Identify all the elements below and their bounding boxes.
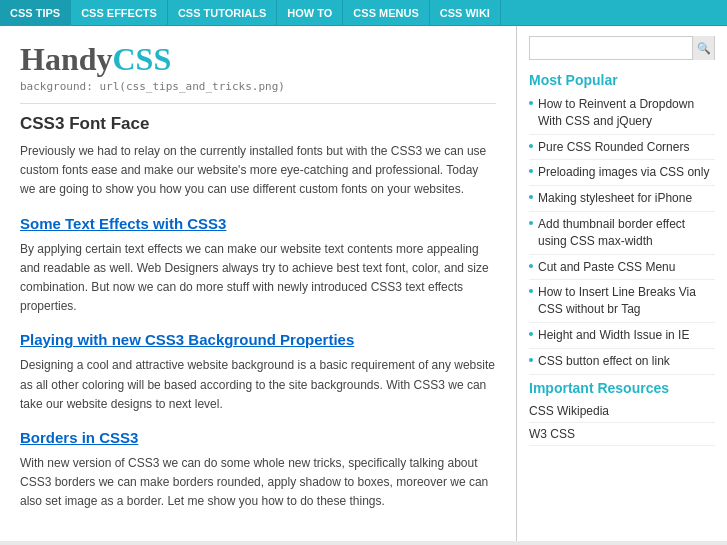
- article-link-1[interactable]: Some Text Effects with CSS3: [20, 215, 496, 232]
- page-wrapper: HandyCSS background: url(css_tips_and_tr…: [0, 26, 727, 541]
- logo: HandyCSS: [20, 41, 496, 78]
- search-button[interactable]: 🔍: [692, 36, 714, 60]
- important-section: Important Resources CSS WikipediaW3 CSS: [529, 380, 715, 446]
- search-box: 🔍: [529, 36, 715, 60]
- article-3: Borders in CSS3With new version of CSS3 …: [20, 429, 496, 512]
- article-body-0: Previously we had to relay on the curren…: [20, 142, 496, 200]
- article-body-1: By applying certain text effects we can …: [20, 240, 496, 317]
- article-0: CSS3 Font FacePreviously we had to relay…: [20, 114, 496, 200]
- important-links-container: CSS WikipediaW3 CSS: [529, 404, 715, 446]
- important-title: Important Resources: [529, 380, 715, 396]
- popular-link-4[interactable]: Add thumbnail border effect using CSS ma…: [529, 216, 715, 255]
- divider: [20, 103, 496, 104]
- popular-link-7[interactable]: Height and Width Issue in IE: [529, 327, 715, 349]
- popular-link-8[interactable]: CSS button effect on link: [529, 353, 715, 375]
- popular-link-2[interactable]: Preloading images via CSS only: [529, 164, 715, 186]
- article-body-3: With new version of CSS3 we can do some …: [20, 454, 496, 512]
- article-body-2: Designing a cool and attractive website …: [20, 356, 496, 414]
- logo-area: HandyCSS background: url(css_tips_and_tr…: [20, 41, 496, 93]
- most-popular-title: Most Popular: [529, 72, 715, 88]
- article-title-0: CSS3 Font Face: [20, 114, 496, 134]
- navigation-bar: CSS TIPSCSS EFFECTSCSS TUTORIALSHOW TOCS…: [0, 0, 727, 26]
- logo-css: CSS: [112, 41, 171, 77]
- nav-item-css-effects[interactable]: CSS EFFECTS: [71, 0, 168, 25]
- article-link-3[interactable]: Borders in CSS3: [20, 429, 496, 446]
- search-input[interactable]: [530, 41, 692, 55]
- article-2: Playing with new CSS3 Background Propert…: [20, 331, 496, 414]
- main-content: HandyCSS background: url(css_tips_and_tr…: [0, 26, 517, 541]
- popular-link-5[interactable]: Cut and Paste CSS Menu: [529, 259, 715, 281]
- popular-link-0[interactable]: How to Reinvent a Dropdown With CSS and …: [529, 96, 715, 135]
- nav-item-how-to[interactable]: HOW TO: [277, 0, 343, 25]
- most-popular-section: Most Popular How to Reinvent a Dropdown …: [529, 72, 715, 375]
- nav-item-css-wiki[interactable]: CSS WIKI: [430, 0, 501, 25]
- popular-link-3[interactable]: Making stylesheet for iPhone: [529, 190, 715, 212]
- articles-container: CSS3 Font FacePreviously we had to relay…: [20, 114, 496, 511]
- logo-subtitle: background: url(css_tips_and_tricks.png): [20, 80, 496, 93]
- article-link-2[interactable]: Playing with new CSS3 Background Propert…: [20, 331, 496, 348]
- important-link-1[interactable]: W3 CSS: [529, 427, 715, 446]
- sidebar: 🔍 Most Popular How to Reinvent a Dropdow…: [517, 26, 727, 541]
- article-1: Some Text Effects with CSS3By applying c…: [20, 215, 496, 317]
- nav-item-css-tips[interactable]: CSS TIPS: [0, 0, 71, 25]
- nav-item-css-tutorials[interactable]: CSS TUTORIALS: [168, 0, 277, 25]
- nav-item-css-menus[interactable]: CSS MENUS: [343, 0, 429, 25]
- popular-link-1[interactable]: Pure CSS Rounded Corners: [529, 139, 715, 161]
- popular-links-container: How to Reinvent a Dropdown With CSS and …: [529, 96, 715, 375]
- popular-link-6[interactable]: How to Insert Line Breaks Via CSS withou…: [529, 284, 715, 323]
- important-link-0[interactable]: CSS Wikipedia: [529, 404, 715, 423]
- logo-handy: Handy: [20, 41, 112, 77]
